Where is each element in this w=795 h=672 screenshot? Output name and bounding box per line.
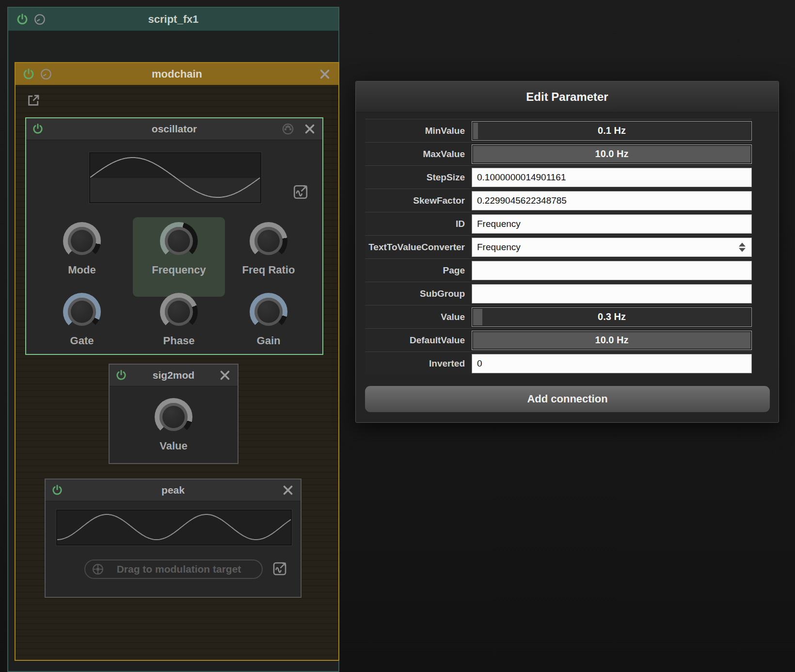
drag-label: Drag to modulation target bbox=[105, 563, 262, 575]
node-title: oscillator bbox=[26, 118, 322, 140]
param-label-inverted: Inverted bbox=[365, 358, 472, 369]
param-label-value: Value bbox=[365, 312, 472, 322]
slider-minvalue[interactable]: 0.1 Hz bbox=[472, 121, 752, 141]
knob-dial[interactable] bbox=[155, 398, 192, 436]
select-arrows-icon bbox=[739, 242, 746, 252]
param-row-value: Value0.3 Hz bbox=[365, 305, 752, 328]
param-label-maxvalue: MaxValue bbox=[365, 149, 472, 160]
slider-value: 0.3 Hz bbox=[472, 308, 751, 326]
param-label-id: ID bbox=[365, 219, 472, 229]
input-page[interactable] bbox=[472, 261, 752, 280]
node-peak: peak Drag to modulation target bbox=[45, 479, 302, 598]
close-icon[interactable] bbox=[319, 68, 331, 80]
param-row-defaultvalue: DefaultValue10.0 Hz bbox=[365, 328, 752, 352]
input-skewfactor[interactable] bbox=[472, 191, 752, 210]
knob-label: Gate bbox=[36, 335, 128, 347]
knob-dial[interactable] bbox=[63, 293, 101, 331]
param-label-minvalue: MinValue bbox=[365, 126, 472, 136]
select-value: Frequency bbox=[477, 242, 521, 253]
param-row-texttovalueconverter: TextToValueConverterFrequency bbox=[365, 235, 752, 258]
knob-label: Mode bbox=[36, 264, 128, 276]
add-connection-button[interactable]: Add connection bbox=[365, 386, 770, 412]
knob-row-2: GatePhaseGain bbox=[26, 288, 324, 368]
slider-value: 0.1 Hz bbox=[472, 122, 751, 140]
node-header-modchain[interactable]: modchain bbox=[16, 63, 338, 85]
node-header-oscillator[interactable]: oscillator bbox=[26, 118, 322, 140]
knob-label: Phase bbox=[133, 335, 225, 347]
knob-frequency[interactable]: Frequency bbox=[133, 217, 225, 297]
node-modchain: modchain oscillator bbox=[15, 62, 339, 661]
slider-value[interactable]: 0.3 Hz bbox=[472, 307, 752, 327]
input-id[interactable] bbox=[472, 214, 752, 234]
param-row-minvalue: MinValue0.1 Hz bbox=[365, 119, 752, 142]
close-icon[interactable] bbox=[282, 484, 294, 496]
dialog-title: Edit Parameter bbox=[356, 81, 779, 112]
param-label-stepsize: StepSize bbox=[365, 172, 472, 183]
knob-label: Frequency bbox=[133, 264, 225, 276]
param-row-maxvalue: MaxValue10.0 Hz bbox=[365, 142, 752, 165]
knob-row-1: ModeFrequencyFreq Ratio bbox=[26, 217, 324, 297]
param-label-subgroup: SubGroup bbox=[365, 288, 472, 299]
knob-label: Freq Ratio bbox=[223, 264, 315, 276]
param-row-stepsize: StepSize bbox=[365, 165, 752, 189]
drag-modulation-icon[interactable] bbox=[271, 560, 288, 577]
input-subgroup[interactable] bbox=[472, 284, 752, 304]
node-oscillator: oscillator ModeFrequencyFreq Ratio GateP… bbox=[25, 117, 323, 355]
input-inverted[interactable] bbox=[472, 354, 752, 373]
knob-gain[interactable]: Gain bbox=[223, 288, 315, 368]
edit-parameter-dialog: Edit Parameter MinValue0.1 HzMaxValue10.… bbox=[355, 81, 779, 423]
knob-dial[interactable] bbox=[160, 293, 198, 331]
param-row-subgroup: SubGroup bbox=[365, 282, 752, 305]
drag-modulation-icon[interactable] bbox=[292, 183, 309, 201]
node-header-peak[interactable]: peak bbox=[46, 480, 301, 501]
knob-phase[interactable]: Phase bbox=[133, 288, 225, 368]
input-stepsize[interactable] bbox=[472, 168, 752, 187]
drag-to-modulation-target-button[interactable]: Drag to modulation target bbox=[84, 560, 263, 579]
peak-waveform-display bbox=[56, 510, 292, 545]
node-title: sig2mod bbox=[110, 365, 238, 386]
node-graph-canvas: script_fx1 modchain oscillat bbox=[0, 0, 795, 672]
knob-mode[interactable]: Mode bbox=[36, 217, 128, 297]
close-icon[interactable] bbox=[304, 123, 316, 135]
node-title: peak bbox=[46, 480, 301, 501]
node-header-sig2mod[interactable]: sig2mod bbox=[110, 365, 238, 386]
select-texttovalueconverter[interactable]: Frequency bbox=[472, 238, 752, 257]
knob-dial[interactable] bbox=[250, 222, 287, 260]
param-label-page: Page bbox=[365, 265, 472, 276]
export-icon[interactable] bbox=[26, 93, 41, 108]
knob-value[interactable]: Value bbox=[127, 398, 220, 452]
target-icon bbox=[91, 562, 105, 576]
slider-value: 10.0 Hz bbox=[472, 145, 751, 163]
knob-freq-ratio[interactable]: Freq Ratio bbox=[223, 217, 315, 297]
node-title: modchain bbox=[16, 63, 338, 85]
parameter-rows: MinValue0.1 HzMaxValue10.0 HzStepSizeSke… bbox=[365, 119, 752, 375]
param-label-texttovalueconverter: TextToValueConverter bbox=[365, 242, 472, 253]
param-row-page: Page bbox=[365, 258, 752, 282]
param-row-id: ID bbox=[365, 212, 752, 235]
close-icon[interactable] bbox=[219, 369, 231, 381]
node-header-script-fx1[interactable]: script_fx1 bbox=[8, 8, 338, 31]
knob-label: Value bbox=[127, 440, 220, 452]
knob-dial[interactable] bbox=[160, 222, 198, 260]
node-sig2mod: sig2mod Value bbox=[109, 364, 238, 464]
knob-dial[interactable] bbox=[250, 293, 287, 331]
param-label-skewfactor: SkewFactor bbox=[365, 195, 472, 206]
knob-gate[interactable]: Gate bbox=[36, 288, 128, 368]
midi-icon bbox=[282, 123, 294, 135]
param-row-skewfactor: SkewFactor bbox=[365, 189, 752, 212]
slider-defaultvalue[interactable]: 10.0 Hz bbox=[472, 331, 752, 350]
knob-dial[interactable] bbox=[63, 222, 101, 260]
knob-label: Gain bbox=[223, 335, 315, 347]
param-label-defaultvalue: DefaultValue bbox=[365, 335, 472, 346]
slider-value: 10.0 Hz bbox=[472, 331, 751, 350]
slider-maxvalue[interactable]: 10.0 Hz bbox=[472, 144, 752, 164]
node-title: script_fx1 bbox=[8, 8, 338, 31]
param-row-inverted: Inverted bbox=[365, 352, 752, 375]
oscillator-waveform-display bbox=[89, 152, 261, 203]
